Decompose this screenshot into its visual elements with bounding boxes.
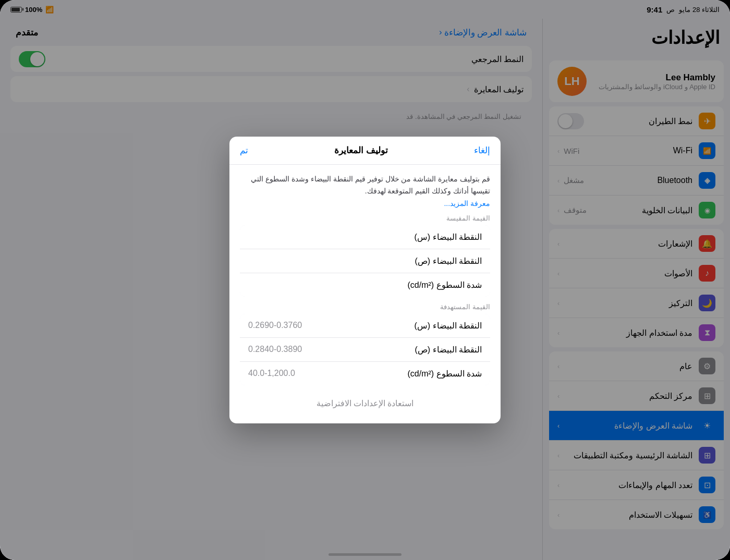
target-table: النقطة البيضاء (س) 0.2690-0.3760 النقطة … xyxy=(240,314,490,385)
modal-title: توليف المعايرة xyxy=(248,145,474,156)
ipad-frame: 100% 📶 الثلاثاء 28 مايو ص 9:41 متقدم › ش… xyxy=(0,0,730,560)
modal-done-button[interactable]: تم xyxy=(240,145,248,156)
target-label-1: النقطة البيضاء (ص) xyxy=(415,345,482,355)
measured-row-0[interactable]: النقطة البيضاء (س) xyxy=(240,225,490,249)
target-value-1: 0.2840-0.3890 xyxy=(248,345,302,354)
measured-label-0: النقطة البيضاء (س) xyxy=(414,232,482,242)
target-label-2: شدة السطوع (cd/m²) xyxy=(407,369,482,379)
measured-label-1: النقطة البيضاء (ص) xyxy=(415,256,482,266)
modal-learn-more-link[interactable]: معرفة المزيد... xyxy=(444,199,490,208)
modal-description: قم بتوليف معايرة الشاشة من خلال توفير قي… xyxy=(240,173,490,197)
target-row-0: النقطة البيضاء (س) 0.2690-0.3760 xyxy=(240,314,490,338)
calibration-modal: إلغاء توليف المعايرة تم قم بتوليف معايرة… xyxy=(229,137,501,423)
measured-row-2[interactable]: شدة السطوع (cd/m²) xyxy=(240,273,490,297)
target-row-2: شدة السطوع (cd/m²) 40.0-1,200.0 xyxy=(240,362,490,385)
reset-defaults-button[interactable]: استعادة الإعدادات الافتراضية xyxy=(240,392,490,415)
reset-defaults-label: استعادة الإعدادات الافتراضية xyxy=(317,399,414,408)
modal-overlay[interactable]: إلغاء توليف المعايرة تم قم بتوليف معايرة… xyxy=(0,0,730,560)
modal-cancel-button[interactable]: إلغاء xyxy=(474,145,490,156)
target-row-1: النقطة البيضاء (ص) 0.2840-0.3890 xyxy=(240,338,490,362)
target-label-0: النقطة البيضاء (س) xyxy=(414,321,482,331)
target-value-2: 40.0-1,200.0 xyxy=(248,369,295,378)
measured-row-1[interactable]: النقطة البيضاء (ص) xyxy=(240,249,490,273)
modal-body: قم بتوليف معايرة الشاشة من خلال توفير قي… xyxy=(229,165,501,423)
target-section-label: القيمة المستهدفة xyxy=(240,303,490,311)
modal-header: إلغاء توليف المعايرة تم xyxy=(229,137,501,165)
measured-table: النقطة البيضاء (س) النقطة البيضاء (ص) شد… xyxy=(240,225,490,297)
target-value-0: 0.2690-0.3760 xyxy=(248,321,302,330)
measured-section-label: القيمة المقيسة xyxy=(240,214,490,222)
measured-label-2: شدة السطوع (cd/m²) xyxy=(407,280,482,290)
